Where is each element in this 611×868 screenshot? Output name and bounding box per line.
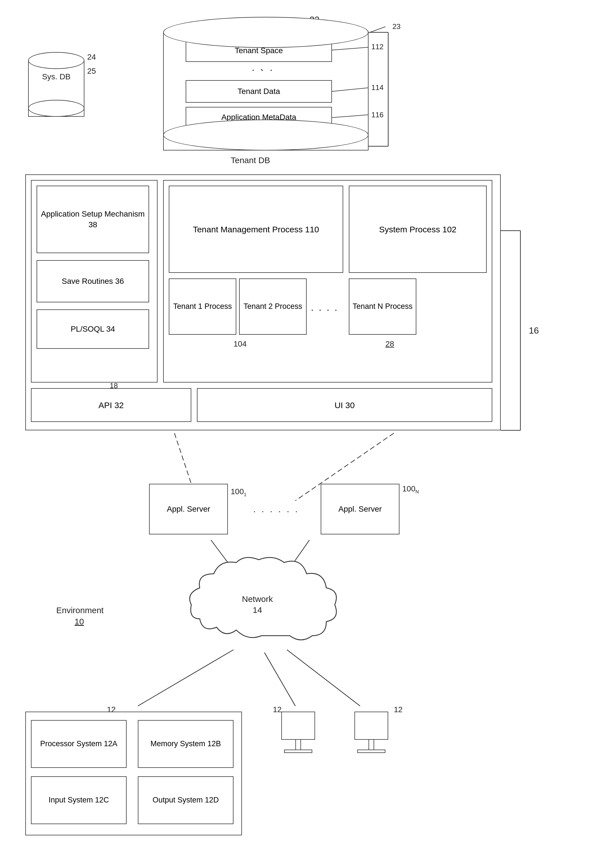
label-112: 112 xyxy=(371,42,383,52)
svg-line-11 xyxy=(138,650,234,706)
box-tenant-data: Tenant Data xyxy=(186,80,332,103)
client-device-mid-stand xyxy=(295,740,301,751)
tenant-db-cylinder-top xyxy=(163,17,369,48)
dots-tenant-db2: · · · xyxy=(252,63,274,76)
box-api: API 32 xyxy=(31,388,191,422)
client-device-mid-base xyxy=(284,750,312,753)
box-ui: UI 30 xyxy=(197,388,492,422)
client-device-right-stand xyxy=(369,740,374,751)
label-tenant-db: Tenant DB xyxy=(231,155,270,166)
label-12-topleft: 12 xyxy=(107,705,116,715)
svg-line-17 xyxy=(370,27,385,33)
box-appl-server-1: Appl. Server xyxy=(149,484,228,535)
label-12-right: 12 xyxy=(394,705,403,715)
dots-tenant: . . . . xyxy=(311,301,338,314)
box-tenant-mgmt: Tenant Management Process 110 xyxy=(169,186,343,273)
sys-db-bottom-ellipse xyxy=(28,100,84,117)
sys-db-top xyxy=(28,52,84,69)
tenant-db-cylinder-bottom xyxy=(163,119,369,150)
box-tenant2: Tenant 2 Process xyxy=(239,279,307,335)
box-output: Output System 12D xyxy=(138,776,234,824)
box-system-process: System Process 102 xyxy=(349,186,487,273)
client-device-mid xyxy=(281,711,315,740)
label-23: 23 xyxy=(392,22,400,31)
label-28: 28 xyxy=(385,339,394,349)
client-device-right xyxy=(354,711,388,740)
label-env-num: 10 xyxy=(74,616,84,627)
dots-servers: . . . . . . xyxy=(253,504,299,515)
box-tenantN: Tenant N Process xyxy=(349,279,416,335)
svg-line-10 xyxy=(270,540,309,596)
diagram-container: 22 Tenant DB Tenant Space · · · · Tenant… xyxy=(0,0,611,868)
label-100-n: 100N xyxy=(402,484,419,495)
label-116: 116 xyxy=(371,110,383,120)
box-input: Input System 12C xyxy=(31,776,127,824)
label-network: Network14 xyxy=(242,594,273,615)
label-sys-db-inside: Sys. DB xyxy=(37,72,76,82)
label-114: 114 xyxy=(371,83,383,93)
label-environment: Environment xyxy=(56,605,104,616)
svg-line-9 xyxy=(211,540,253,596)
label-100-1: 1001 xyxy=(231,487,247,498)
label-24: 24 xyxy=(87,52,96,62)
label-25: 25 xyxy=(87,66,96,76)
box-tenant1: Tenant 1 Process xyxy=(169,279,236,335)
svg-line-13 xyxy=(287,650,360,706)
label-104: 104 xyxy=(234,339,247,349)
box-memory: Memory System 12B xyxy=(138,720,234,768)
box-plsoql: PL/SOQL 34 xyxy=(37,309,149,349)
box-save-routines: Save Routines 36 xyxy=(37,260,149,302)
label-12-mid: 12 xyxy=(273,705,282,715)
svg-line-12 xyxy=(264,653,295,706)
box-app-setup: Application Setup Mechanism 38 xyxy=(37,186,149,253)
box-appl-server-n: Appl. Server xyxy=(321,484,400,535)
label-16: 16 xyxy=(529,325,539,337)
client-device-right-base xyxy=(357,750,385,753)
box-processor: Processor System 12A xyxy=(31,720,127,768)
